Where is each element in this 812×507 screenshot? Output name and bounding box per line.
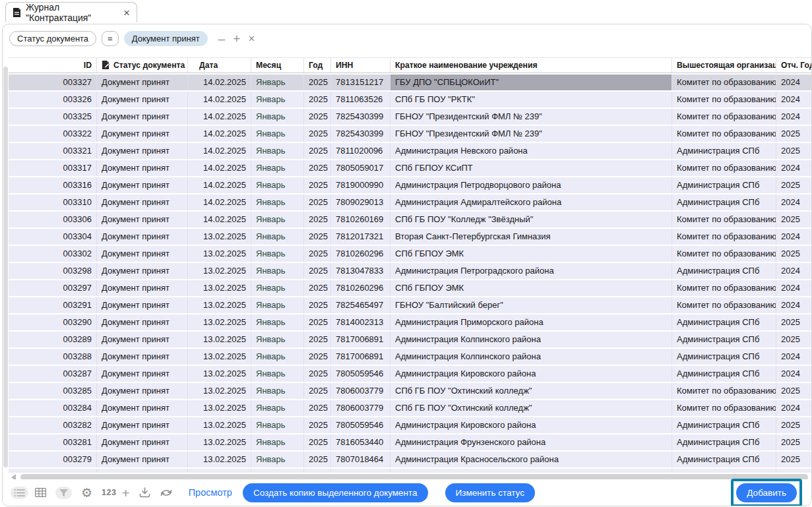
filter-value-pill[interactable]: Документ принят (124, 31, 208, 46)
table-cell[interactable]: 003289 (9, 332, 97, 347)
table-cell[interactable]: Документ принят (97, 417, 188, 433)
table-row[interactable]: 003310Документ принят14.02.2025Январь202… (9, 194, 812, 210)
table-cell[interactable]: Комитет по образованию (672, 297, 776, 313)
table-cell[interactable]: 13.02.2025 (188, 246, 251, 262)
table-cell[interactable]: Документ принят (97, 400, 188, 416)
table-cell[interactable]: Документ принят (97, 92, 188, 107)
table-cell[interactable]: 003325 (9, 109, 97, 125)
table-cell[interactable]: Январь (251, 126, 304, 142)
table-cell[interactable]: 2025 (776, 434, 812, 450)
table-cell[interactable]: 7805059017 (331, 160, 390, 176)
table-row[interactable]: 003287Документ принят13.02.2025Январь202… (9, 366, 812, 382)
table-cell[interactable]: 2025 (304, 212, 331, 227)
table-cell[interactable]: Январь (251, 143, 304, 159)
table-cell[interactable]: 7807018464 (331, 452, 390, 467)
table-cell[interactable]: 7814002313 (331, 314, 390, 330)
table-cell[interactable]: 2025 (776, 383, 812, 399)
table-cell[interactable]: 2024 (776, 75, 812, 90)
table-cell[interactable]: Документ принят (97, 143, 188, 159)
table-cell[interactable]: 7810260169 (331, 212, 390, 227)
table-cell[interactable]: ГБНОУ "Президентский ФМЛ № 239" (390, 126, 672, 142)
table-cell[interactable]: СПб ГБПОУ ЭМК (390, 280, 672, 296)
refresh-icon[interactable] (160, 488, 173, 498)
filter-add-icon[interactable]: + (232, 32, 241, 45)
table-cell[interactable]: Документ принят (97, 332, 188, 347)
table-cell[interactable]: 2025 (304, 246, 331, 262)
view-link[interactable]: Просмотр (189, 487, 232, 498)
table-cell[interactable]: Январь (251, 400, 304, 416)
column-header-inn[interactable]: ИНН (331, 58, 390, 73)
table-cell[interactable]: 003321 (9, 143, 97, 159)
table-cell[interactable]: 13.02.2025 (188, 349, 251, 365)
table-cell[interactable]: Январь (251, 434, 304, 450)
table-cell[interactable]: 7811020096 (331, 143, 390, 159)
table-cell[interactable]: 003285 (9, 383, 97, 399)
table-cell[interactable]: 2025 (304, 297, 331, 313)
tab-journal-contracting[interactable]: Журнал "Контрактация" × (5, 2, 137, 22)
table-cell[interactable]: Документ принят (97, 452, 188, 467)
table-cell[interactable]: 2025 (776, 417, 812, 433)
table-cell[interactable]: 2024 (776, 229, 812, 245)
table-row[interactable]: 003291Документ принят13.02.2025Январь202… (9, 297, 812, 313)
table-row[interactable]: 003289Документ принят13.02.2025Январь202… (9, 332, 812, 347)
table-cell[interactable]: 14.02.2025 (188, 212, 251, 227)
filter-funnel-icon[interactable] (55, 487, 72, 499)
table-cell[interactable]: Администрация СПб (672, 434, 776, 450)
table-cell[interactable]: 14.02.2025 (188, 126, 251, 142)
table-cell[interactable]: 7825430399 (331, 109, 390, 125)
table-cell[interactable]: Вторая Санкт-Петербургская Гимназия (390, 229, 672, 245)
filter-field-pill[interactable]: Статус документа (9, 31, 96, 46)
table-cell[interactable]: 2025 (304, 400, 331, 416)
table-cell[interactable]: 14.02.2025 (188, 75, 251, 90)
table-row[interactable]: 003316Документ принят14.02.2025Январь202… (9, 177, 812, 193)
filter-clear-icon[interactable]: × (247, 33, 256, 44)
table-cell[interactable]: Январь (251, 263, 304, 279)
table-cell[interactable]: 2024 (776, 92, 812, 107)
table-cell[interactable]: 2025 (304, 143, 331, 159)
table-cell[interactable]: 2025 (776, 126, 812, 142)
table-cell[interactable]: 7817006891 (331, 332, 390, 347)
table-cell[interactable]: 003288 (9, 349, 97, 365)
table-cell[interactable]: 13.02.2025 (188, 366, 251, 382)
table-cell[interactable]: 13.02.2025 (188, 280, 251, 296)
table-cell[interactable]: 2025 (304, 109, 331, 125)
column-header-year[interactable]: Год (304, 58, 331, 73)
table-cell[interactable]: 7817006891 (331, 349, 390, 365)
column-header-name[interactable]: Краткое наименование учреждения (390, 58, 672, 73)
table-cell[interactable]: Администрация СПб (672, 417, 776, 433)
table-cell[interactable]: 7811063526 (331, 92, 390, 107)
download-icon[interactable] (139, 487, 150, 498)
table-cell[interactable]: Администрация СПб (672, 314, 776, 330)
table-row[interactable]: 003322Документ принят14.02.2025Январь202… (9, 126, 812, 142)
table-cell[interactable]: ГБНОУ "Балтийский берег" (390, 297, 672, 313)
table-cell[interactable]: 2025 (304, 366, 331, 382)
table-cell[interactable]: Администрация Фрунзенского района (390, 434, 672, 450)
table-cell[interactable]: Администрация Адмиралтейского района (390, 194, 672, 210)
table-cell[interactable]: Документ принят (97, 246, 188, 262)
table-cell[interactable]: 003327 (9, 75, 97, 90)
table-cell[interactable]: СПб ГБ ПОУ "Охтинский колледж" (390, 383, 672, 399)
table-cell[interactable]: 003304 (9, 229, 97, 245)
table-cell[interactable]: 7810260296 (331, 246, 390, 262)
table-cell[interactable]: 2025 (776, 212, 812, 227)
table-cell[interactable]: Январь (251, 229, 304, 245)
table-cell[interactable]: Документ принят (97, 280, 188, 296)
table-row[interactable]: 003304Документ принят13.02.2025Январь202… (9, 229, 812, 245)
table-cell[interactable]: 2025 (776, 452, 812, 467)
table-cell[interactable]: Документ принят (97, 314, 188, 330)
table-cell[interactable]: Январь (251, 92, 304, 107)
filter-remove-icon[interactable]: – (217, 32, 227, 45)
table-cell[interactable]: Документ принят (97, 434, 188, 450)
table-cell[interactable]: Администрация Красносельского района (390, 452, 672, 467)
table-cell[interactable]: 2025 (776, 314, 812, 330)
table-cell[interactable]: Администрация Колпинского района (390, 349, 672, 365)
table-cell[interactable]: 13.02.2025 (188, 297, 251, 313)
table-cell[interactable]: СПб ГБ ПОУ "РКТК" (390, 92, 672, 107)
filter-operator-pill[interactable]: = (102, 31, 119, 46)
table-cell[interactable]: Администрация Колпинского района (390, 332, 672, 347)
table-cell[interactable]: Январь (251, 332, 304, 347)
table-cell[interactable]: 2024 (776, 366, 812, 382)
table-cell[interactable]: 7813151217 (331, 75, 390, 90)
table-cell[interactable]: СПб ГБ ПОУ "Охтинский колледж" (390, 400, 672, 416)
table-cell[interactable]: 7805059546 (331, 417, 390, 433)
